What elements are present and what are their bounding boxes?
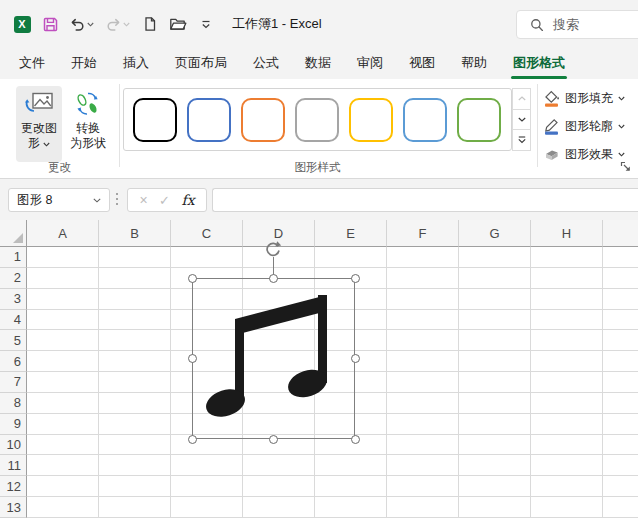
tab-insert[interactable]: 插入 [110, 48, 162, 79]
tab-page-layout[interactable]: 页面布局 [162, 48, 240, 79]
cell-C12[interactable] [171, 476, 243, 497]
resize-handle-top-middle[interactable] [269, 274, 278, 283]
shape-fill-button[interactable]: 图形填充 [543, 86, 635, 110]
cancel-entry-button[interactable]: × [139, 192, 147, 208]
cell-E11[interactable] [315, 455, 387, 476]
tab-review[interactable]: 审阅 [344, 48, 396, 79]
insert-function-button[interactable]: fx [181, 192, 194, 208]
row-header-4[interactable]: 4 [0, 310, 27, 331]
music-note-shape[interactable] [206, 292, 340, 426]
resize-handle-bottom-left[interactable] [188, 435, 197, 444]
confirm-entry-button[interactable]: ✓ [159, 193, 170, 208]
cell-F5[interactable] [387, 330, 459, 351]
cell-G1[interactable] [459, 247, 531, 268]
cell-A12[interactable] [27, 476, 99, 497]
shape-style-3-swatch[interactable] [241, 98, 285, 142]
cell-F7[interactable] [387, 372, 459, 393]
tab-help[interactable]: 帮助 [448, 48, 500, 79]
cell-B6[interactable] [99, 351, 171, 372]
column-header-C[interactable]: C [171, 220, 243, 247]
cell-B10[interactable] [99, 435, 171, 456]
row-header-8[interactable]: 8 [0, 393, 27, 414]
cell-E13[interactable] [315, 497, 387, 518]
cell-C13[interactable] [171, 497, 243, 518]
cell-F13[interactable] [387, 497, 459, 518]
cell-A5[interactable] [27, 330, 99, 351]
row-header-3[interactable]: 3 [0, 289, 27, 310]
tab-home[interactable]: 开始 [58, 48, 110, 79]
row-header-5[interactable]: 5 [0, 330, 27, 351]
row-header-13[interactable]: 13 [0, 497, 27, 518]
cell-G12[interactable] [459, 476, 531, 497]
cell-H8[interactable] [531, 393, 603, 414]
cell-H1[interactable] [531, 247, 603, 268]
resize-handle-middle-right[interactable] [351, 354, 360, 363]
shape-style-7-swatch[interactable] [457, 98, 501, 142]
gallery-more-button[interactable] [512, 129, 531, 151]
cell-A1[interactable] [27, 247, 99, 268]
cell-H4[interactable] [531, 310, 603, 331]
cell-H12[interactable] [531, 476, 603, 497]
column-header-A[interactable]: A [27, 220, 99, 247]
resize-handle-bottom-right[interactable] [351, 435, 360, 444]
cell-A11[interactable] [27, 455, 99, 476]
cell-B11[interactable] [99, 455, 171, 476]
cell-F10[interactable] [387, 435, 459, 456]
cell-H10[interactable] [531, 435, 603, 456]
cell-H6[interactable] [531, 351, 603, 372]
cell-D11[interactable] [243, 455, 315, 476]
cell-F6[interactable] [387, 351, 459, 372]
cell-H2[interactable] [531, 268, 603, 289]
cell-F12[interactable] [387, 476, 459, 497]
cell-A10[interactable] [27, 435, 99, 456]
cell-B13[interactable] [99, 497, 171, 518]
rotation-handle-icon[interactable] [264, 240, 282, 258]
cell-E12[interactable] [315, 476, 387, 497]
column-header-G[interactable]: G [459, 220, 531, 247]
shape-outline-button[interactable]: 图形轮廓 [543, 114, 635, 138]
row-header-9[interactable]: 9 [0, 414, 27, 435]
select-all-corner[interactable] [0, 220, 27, 247]
cell-E1[interactable] [315, 247, 387, 268]
cell-G9[interactable] [459, 414, 531, 435]
cell-G3[interactable] [459, 289, 531, 310]
cell-H9[interactable] [531, 414, 603, 435]
cell-A4[interactable] [27, 310, 99, 331]
cell-G6[interactable] [459, 351, 531, 372]
cell-C11[interactable] [171, 455, 243, 476]
search-box[interactable]: 搜索 [516, 10, 638, 39]
shape-style-2-swatch[interactable] [187, 98, 231, 142]
cell-B12[interactable] [99, 476, 171, 497]
resize-handle-top-right[interactable] [351, 274, 360, 283]
cell-A2[interactable] [27, 268, 99, 289]
shape-style-4-swatch[interactable] [295, 98, 339, 142]
resize-handle-top-left[interactable] [188, 274, 197, 283]
cell-F4[interactable] [387, 310, 459, 331]
formula-bar-drag-handle[interactable] [116, 193, 118, 205]
cell-B4[interactable] [99, 310, 171, 331]
convert-to-shape-button[interactable]: 转换 为形状 [64, 86, 112, 162]
customize-toolbar-button[interactable] [194, 12, 218, 36]
column-header-F[interactable]: F [387, 220, 459, 247]
cell-B5[interactable] [99, 330, 171, 351]
column-header-E[interactable]: E [315, 220, 387, 247]
cell-B3[interactable] [99, 289, 171, 310]
row-header-11[interactable]: 11 [0, 455, 27, 476]
dialog-launcher-button[interactable] [620, 159, 632, 177]
tab-formulas[interactable]: 公式 [240, 48, 292, 79]
cell-H13[interactable] [531, 497, 603, 518]
row-header-7[interactable]: 7 [0, 372, 27, 393]
tab-graphics-format[interactable]: 图形格式 [500, 48, 578, 79]
open-file-button[interactable] [166, 12, 190, 36]
shape-style-5-swatch[interactable] [349, 98, 393, 142]
cell-G13[interactable] [459, 497, 531, 518]
cell-F2[interactable] [387, 268, 459, 289]
resize-handle-middle-left[interactable] [188, 354, 197, 363]
tab-data[interactable]: 数据 [292, 48, 344, 79]
cell-G10[interactable] [459, 435, 531, 456]
row-header-1[interactable]: 1 [0, 247, 27, 268]
cell-H7[interactable] [531, 372, 603, 393]
save-button[interactable] [38, 12, 62, 36]
undo-button[interactable] [66, 12, 98, 36]
change-graphic-button[interactable]: 更改图 形 [16, 86, 62, 162]
